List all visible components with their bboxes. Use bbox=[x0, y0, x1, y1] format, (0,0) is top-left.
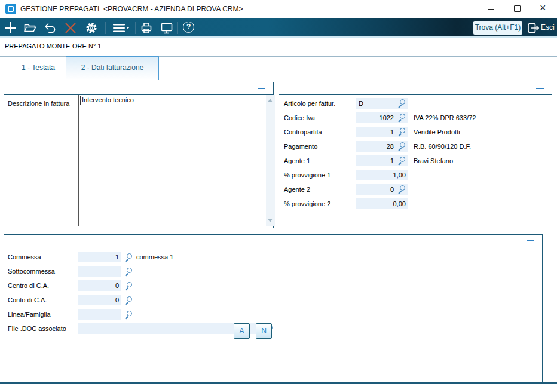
form-row: % provvigione 1 1,00 bbox=[279, 169, 552, 183]
toolbar-separator bbox=[135, 22, 136, 34]
undo-icon[interactable] bbox=[42, 20, 58, 36]
field-label: % provvigione 2 bbox=[284, 200, 330, 207]
lookup-icon[interactable] bbox=[125, 296, 133, 304]
agente1-field[interactable]: 1 bbox=[356, 155, 408, 166]
lookup-icon[interactable] bbox=[125, 311, 133, 318]
record-title: PREPAGATO MONTE-ORE N° 1 bbox=[5, 42, 101, 50]
collapse-panel-icon[interactable] bbox=[258, 88, 265, 89]
form-row: Linea/Famiglia bbox=[4, 308, 542, 323]
collapse-panel-icon[interactable] bbox=[536, 88, 544, 89]
exit-icon[interactable] bbox=[526, 21, 540, 35]
tab-dati-fatturazione[interactable]: 2 - Dati fatturazione bbox=[66, 56, 159, 80]
form-row: File .DOC associato bbox=[4, 323, 542, 337]
lookup-icon[interactable] bbox=[398, 114, 406, 121]
lookup-icon[interactable] bbox=[125, 268, 133, 275]
articolo-field[interactable]: D bbox=[356, 98, 408, 109]
form-row: Centro di C.A. 0 bbox=[4, 280, 542, 294]
field-label: Commessa bbox=[8, 253, 41, 261]
field-description: commessa 1 bbox=[136, 253, 173, 261]
button-a[interactable]: A bbox=[234, 323, 250, 339]
form-row: Commessa 1 commessa 1 bbox=[4, 251, 542, 265]
form-row: Agente 2 0 bbox=[279, 183, 552, 198]
title-bar: GESTIONE PREPAGATI <PROVACRM - AZIENDA D… bbox=[0, 0, 557, 18]
field-label: Codice Iva bbox=[284, 114, 315, 121]
text-cursor bbox=[80, 96, 81, 105]
provvigione2-field[interactable]: 0,00 bbox=[356, 198, 408, 209]
menu-icon[interactable] bbox=[111, 20, 131, 36]
field-label: % provvigione 1 bbox=[284, 172, 330, 179]
monitor-icon[interactable] bbox=[159, 20, 175, 36]
field-label: Centro di C.A. bbox=[8, 282, 49, 289]
window-title: GESTIONE PREPAGATI <PROVACRM - AZIENDA D… bbox=[20, 5, 243, 13]
field-description: IVA 22% DPR 633/72 bbox=[414, 114, 476, 121]
field-label: Agente 1 bbox=[284, 157, 310, 164]
form-row: Agente 1 1 Bravi Stefano bbox=[279, 155, 552, 169]
field-label: Agente 2 bbox=[284, 186, 310, 193]
toolbar-separator bbox=[105, 22, 106, 34]
form-row: Sottocommessa bbox=[4, 265, 542, 280]
field-description: R.B. 60/90/120 D.F. bbox=[414, 143, 471, 150]
invoice-description-textarea[interactable]: Intervento tecnico bbox=[78, 95, 275, 226]
close-button[interactable] bbox=[531, 0, 557, 18]
lookup-icon[interactable] bbox=[125, 253, 133, 261]
form-row: Contropartita 1 Vendite Prodotti bbox=[279, 126, 552, 140]
commessa-panel: Commessa 1 commessa 1 Sottocommessa Cent… bbox=[4, 234, 543, 382]
record-header-strip: PREPAGATO MONTE-ORE N° 1 bbox=[0, 38, 557, 54]
field-label: File .DOC associato bbox=[8, 325, 66, 332]
print-icon[interactable] bbox=[139, 20, 154, 36]
field-label: Linea/Famiglia bbox=[8, 311, 51, 318]
lookup-icon[interactable] bbox=[398, 185, 406, 193]
lookup-icon[interactable] bbox=[398, 142, 406, 150]
field-label: Contropartita bbox=[284, 128, 322, 136]
collapse-panel-icon[interactable] bbox=[527, 240, 534, 241]
invoicing-panel-header bbox=[279, 82, 552, 95]
contropartita-field[interactable]: 1 bbox=[356, 127, 408, 137]
sottocommessa-field[interactable] bbox=[78, 266, 121, 277]
field-label: Articolo per fattur. bbox=[284, 100, 335, 107]
description-panel: Descrizione in fattura Intervento tecnic… bbox=[4, 82, 274, 228]
description-panel-header bbox=[4, 82, 273, 95]
provvigione1-field[interactable]: 1,00 bbox=[356, 170, 408, 180]
field-description: Vendite Prodotti bbox=[414, 128, 460, 136]
exit-button[interactable]: Esci bbox=[541, 23, 555, 32]
field-label: Sottocommessa bbox=[8, 268, 55, 275]
app-window: GESTIONE PREPAGATI <PROVACRM - AZIENDA D… bbox=[0, 0, 557, 392]
open-folder-icon[interactable] bbox=[22, 20, 38, 36]
field-label: Conto di C.A. bbox=[8, 296, 47, 304]
description-label: Descrizione in fattura bbox=[8, 100, 69, 107]
form-row: Conto di C.A. 0 bbox=[4, 294, 542, 308]
new-record-icon[interactable] bbox=[3, 20, 19, 36]
button-n[interactable]: N bbox=[256, 323, 272, 339]
linea-famiglia-field[interactable] bbox=[78, 309, 121, 320]
minimize-button[interactable] bbox=[478, 0, 504, 18]
app-logo-icon bbox=[5, 4, 16, 14]
commessa-panel-header bbox=[4, 235, 542, 247]
pagamento-field[interactable]: 28 bbox=[356, 141, 408, 152]
toolbar: Trova (Alt+F1) Esci bbox=[0, 18, 557, 38]
form-row: Articolo per fattur. D bbox=[279, 97, 552, 112]
field-description: Bravi Stefano bbox=[414, 157, 453, 164]
maximize-button[interactable] bbox=[504, 0, 531, 18]
help-icon[interactable] bbox=[183, 22, 194, 33]
agente2-field[interactable]: 0 bbox=[356, 184, 408, 195]
form-row: % provvigione 2 0,00 bbox=[279, 198, 552, 212]
conto-ca-field[interactable]: 0 bbox=[78, 295, 121, 305]
form-row: Pagamento 28 R.B. 60/90/120 D.F. bbox=[279, 140, 552, 155]
lookup-icon[interactable] bbox=[398, 99, 406, 107]
settings-gear-icon[interactable] bbox=[84, 20, 99, 36]
field-label: Pagamento bbox=[284, 143, 317, 150]
lookup-icon[interactable] bbox=[125, 282, 133, 290]
form-row: Codice Iva 1022 IVA 22% DPR 633/72 bbox=[279, 112, 552, 126]
tab-testata[interactable]: 1 - Testata bbox=[11, 57, 66, 78]
bottom-frame-line bbox=[0, 382, 557, 384]
centro-ca-field[interactable]: 0 bbox=[78, 280, 121, 291]
delete-icon[interactable] bbox=[63, 20, 78, 36]
codice-iva-field[interactable]: 1022 bbox=[356, 112, 408, 123]
find-button[interactable]: Trova (Alt+F1) bbox=[473, 21, 522, 35]
lookup-icon[interactable] bbox=[398, 157, 406, 164]
invoice-description-text: Intervento tecnico bbox=[82, 96, 134, 103]
invoicing-panel: Articolo per fattur. D Codice Iva 1022 I… bbox=[278, 82, 552, 228]
lookup-icon[interactable] bbox=[398, 128, 406, 136]
textarea-scrollbar[interactable] bbox=[266, 95, 275, 226]
commessa-field[interactable]: 1 bbox=[78, 252, 121, 262]
